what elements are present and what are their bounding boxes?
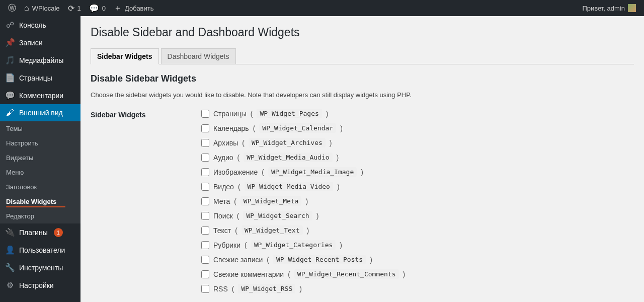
wp-logo[interactable]: ⓦ [4, 0, 20, 16]
widget-name: Аудио [213, 154, 233, 162]
form-row-label: Sidebar Widgets [91, 109, 201, 119]
widget-row[interactable]: Календарь ( WP_Widget_Calendar ) [201, 123, 634, 133]
tab-dashboard-widgets[interactable]: Dashboard Widgets [161, 48, 236, 64]
widget-code: WP_Widget_Recent_Posts [273, 255, 366, 264]
appearance-icon: 🖌 [5, 108, 15, 117]
widget-name: Свежие комментарии [213, 270, 284, 278]
appearance-submenu: ТемыНастроитьВиджетыМенюЗаголовокDisable… [0, 121, 80, 223]
widget-checkbox[interactable] [201, 256, 209, 264]
tab-sidebar-widgets[interactable]: Sidebar Widgets [91, 48, 159, 64]
sidebar-item-appearance[interactable]: 🖌Внешний вид [0, 104, 80, 121]
sidebar-item-comment[interactable]: 💬Комментарии [0, 87, 80, 104]
sidebar-item-pin[interactable]: 📌Записи [0, 34, 80, 51]
sidebar-item-plugin[interactable]: 🔌Плагины1 [0, 223, 80, 241]
dashboard-icon: ☍ [5, 20, 15, 30]
widget-name: Свежие записи [213, 256, 263, 264]
sidebar-item-page[interactable]: 📄Страницы [0, 69, 80, 87]
site-name: WPlocale [32, 5, 60, 12]
add-new-link[interactable]: ＋Добавить [110, 0, 157, 16]
widget-name: Видео [213, 183, 234, 191]
settings-icon: ⚙ [5, 280, 15, 290]
sidebar-item-tools[interactable]: 🔧Инструменты [0, 259, 80, 276]
widget-code: WP_Widget_Calendar [259, 123, 336, 133]
media-icon: 🎵 [5, 55, 15, 65]
users-icon: 👤 [5, 245, 15, 255]
widget-checkbox[interactable] [201, 183, 209, 191]
sidebar-item-label: Внешний вид [19, 109, 63, 117]
widget-checkbox[interactable] [201, 285, 209, 293]
widget-row[interactable]: Архивы ( WP_Widget_Archives ) [201, 138, 634, 147]
sidebar-item-label: Комментарии [19, 92, 63, 100]
avatar [628, 4, 636, 12]
submenu-item[interactable]: Настроить [0, 136, 80, 150]
widget-name: Архивы [213, 139, 238, 147]
sidebar-item-label: Консоль [19, 21, 46, 29]
submenu-item[interactable]: Редактор [0, 209, 80, 223]
widget-row[interactable]: Мета ( WP_Widget_Meta ) [201, 196, 634, 206]
plus-icon: ＋ [114, 3, 122, 14]
widget-checkbox[interactable] [201, 168, 209, 176]
widget-name: RSS [213, 285, 228, 293]
widget-row[interactable]: Поиск ( WP_Widget_Search ) [201, 211, 634, 220]
widget-name: Поиск [213, 212, 233, 220]
admin-sidebar: ☍Консоль📌Записи🎵Медиафайлы📄Страницы💬Комм… [0, 16, 80, 302]
widget-checkbox[interactable] [201, 270, 209, 278]
sidebar-item-users[interactable]: 👤Пользователи [0, 241, 80, 259]
comments-link[interactable]: 💬0 [85, 0, 110, 16]
widget-row[interactable]: Текст ( WP_Widget_Text ) [201, 225, 634, 235]
widget-row[interactable]: Страницы ( WP_Widget_Pages ) [201, 109, 634, 118]
widget-code: WP_Widget_Media_Audio [244, 153, 332, 162]
widget-checkbox[interactable] [201, 226, 209, 235]
submenu-item[interactable]: Disable Widgets [0, 194, 80, 209]
home-icon: ⌂ [24, 4, 29, 13]
widget-code: WP_Widget_Archives [249, 138, 326, 147]
sidebar-item-label: Инструменты [19, 264, 63, 272]
sidebar-item-label: Настройки [19, 281, 54, 289]
widget-checkbox[interactable] [201, 241, 209, 249]
widget-row[interactable]: Аудио ( WP_Widget_Media_Audio ) [201, 153, 634, 162]
submenu-item[interactable]: Виджеты [0, 150, 80, 165]
account-link[interactable]: Привет, admin [578, 0, 640, 16]
submenu-item[interactable]: Темы [0, 121, 80, 136]
comment-icon: 💬 [5, 91, 15, 100]
widget-code: WP_Widget_Text [242, 225, 303, 235]
widget-name: Страницы [213, 110, 247, 118]
sidebar-item-label: Записи [19, 39, 42, 47]
widget-code: WP_Widget_Pages [257, 109, 321, 118]
pin-icon: 📌 [5, 38, 15, 47]
greeting: Привет, admin [582, 5, 625, 12]
widget-row[interactable]: Свежие записи ( WP_Widget_Recent_Posts ) [201, 255, 634, 264]
widget-name: Мета [213, 197, 230, 205]
widget-checkbox[interactable] [201, 110, 209, 118]
sidebar-item-label: Страницы [19, 74, 52, 82]
widget-row[interactable]: Рубрики ( WP_Widget_Categories ) [201, 240, 634, 250]
widget-code: WP_Widget_Media_Image [268, 167, 357, 177]
page-icon: 📄 [5, 73, 15, 83]
submenu-item[interactable]: Заголовок [0, 180, 80, 194]
widget-name: Календарь [213, 124, 249, 132]
tab-nav: Sidebar WidgetsDashboard Widgets [91, 48, 634, 64]
widget-checkbox[interactable] [201, 139, 209, 147]
sidebar-item-dashboard[interactable]: ☍Консоль [0, 16, 80, 34]
widget-row[interactable]: Свежие комментарии ( WP_Widget_Recent_Co… [201, 269, 634, 279]
widget-code: WP_Widget_Search [243, 211, 312, 220]
add-new-label: Добавить [125, 5, 153, 12]
widget-code: WP_Widget_RSS [238, 284, 295, 293]
widget-row[interactable]: Видео ( WP_Widget_Media_Video ) [201, 182, 634, 191]
widget-checkbox[interactable] [201, 154, 209, 162]
content-area: Disable Sidebar and Dashboard Widgets Si… [80, 16, 644, 302]
widget-row[interactable]: Изображение ( WP_Widget_Media_Image ) [201, 167, 634, 177]
site-link[interactable]: ⌂WPlocale [20, 0, 64, 16]
sidebar-item-media[interactable]: 🎵Медиафайлы [0, 51, 80, 69]
admin-bar: ⓦ ⌂WPlocale ⟳1 💬0 ＋Добавить Привет, admi… [0, 0, 644, 16]
updates-count: 1 [77, 5, 81, 12]
widget-row[interactable]: RSS ( WP_Widget_RSS ) [201, 284, 634, 293]
submenu-item[interactable]: Меню [0, 165, 80, 180]
widget-checkbox[interactable] [201, 197, 209, 205]
widget-checkbox[interactable] [201, 124, 209, 132]
sidebar-item-settings[interactable]: ⚙Настройки [0, 276, 80, 294]
page-title: Disable Sidebar and Dashboard Widgets [91, 21, 634, 41]
widget-checkbox[interactable] [201, 212, 209, 220]
updates-link[interactable]: ⟳1 [64, 0, 85, 16]
plugin-icon: 🔌 [5, 228, 15, 237]
